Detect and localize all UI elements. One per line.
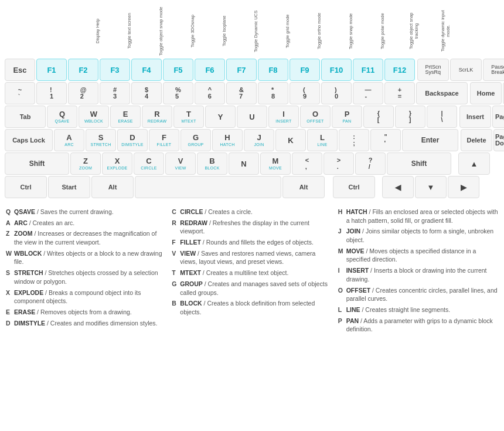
- key-f5[interactable]: F5: [163, 59, 193, 81]
- key-slash[interactable]: ?/: [355, 152, 386, 175]
- key-g[interactable]: G GROUP: [181, 129, 211, 151]
- key-quote[interactable]: "': [370, 129, 401, 151]
- fn-label-f7: Toggle grid mode: [272, 5, 302, 57]
- fn-label-f4: Toggle 3DOsnap: [177, 5, 207, 57]
- row-fn: Esc F1 F2 F3 F4 F5 F6 F7 F8 F9 F10: [5, 59, 499, 81]
- key-1[interactable]: !1: [36, 82, 67, 104]
- fn-label-f6: Toggle Dynamic UCS: [240, 5, 271, 57]
- key-f4[interactable]: F4: [131, 59, 162, 81]
- key-f1[interactable]: F1: [36, 59, 67, 81]
- key-bracket-close[interactable]: }]: [395, 106, 425, 128]
- key-r[interactable]: R REDRAW: [142, 106, 172, 128]
- key-space[interactable]: [135, 176, 281, 198]
- key-alt-right[interactable]: Alt: [282, 176, 325, 198]
- key-j[interactable]: J JOIN: [244, 129, 274, 151]
- key-q[interactable]: Q QSAVE: [47, 106, 77, 128]
- key-p[interactable]: P PAN: [332, 106, 362, 128]
- desc-c: C CIRCLE / Creates a circle.: [172, 208, 332, 216]
- key-backspace[interactable]: Backspace: [416, 82, 468, 104]
- key-a[interactable]: A ARC: [54, 129, 84, 151]
- key-f10[interactable]: F10: [321, 59, 352, 81]
- key-shift-left[interactable]: Shift: [5, 152, 69, 175]
- desc-a: A ARC / Creates an arc.: [6, 219, 166, 228]
- key-minus[interactable]: —-: [353, 82, 383, 104]
- desc-j: J JOIN / Joins similar objects to form a…: [338, 227, 498, 244]
- key-t[interactable]: T MTEXT: [173, 106, 204, 128]
- desc-o: O OFFSET / Creates concentric circles, p…: [338, 286, 498, 303]
- key-ctrl-left[interactable]: Ctrl: [5, 176, 47, 198]
- key-equals[interactable]: +=: [384, 82, 415, 104]
- key-delete[interactable]: Delete: [461, 129, 492, 151]
- key-arrow-down[interactable]: ▼: [415, 176, 447, 198]
- key-o[interactable]: O OFFSET: [300, 106, 331, 128]
- key-prtscn[interactable]: PrtScnSysRq: [417, 59, 449, 81]
- key-0[interactable]: )0: [321, 82, 352, 104]
- key-e[interactable]: E ERASE: [110, 106, 141, 128]
- fn-label-f5: Toggle Isoplane: [209, 5, 239, 57]
- key-f[interactable]: F FILLET: [149, 129, 179, 151]
- key-pgdn[interactable]: Page Down: [493, 129, 504, 151]
- key-z[interactable]: Z ZOOM: [70, 152, 101, 175]
- key-f11[interactable]: F11: [353, 59, 383, 81]
- key-f6[interactable]: F6: [195, 59, 225, 81]
- key-v[interactable]: V VIEW: [165, 152, 196, 175]
- key-f9[interactable]: F9: [290, 59, 320, 81]
- key-period[interactable]: >.: [323, 152, 354, 175]
- key-comma[interactable]: <,: [292, 152, 322, 175]
- key-k[interactable]: K: [275, 129, 306, 151]
- desc-col-1: Q QSAVE / Saves the current drawing. A A…: [6, 208, 166, 334]
- key-d[interactable]: D DIMSTYLE: [117, 129, 148, 151]
- key-u[interactable]: U: [237, 106, 267, 128]
- key-7[interactable]: &7: [226, 82, 257, 104]
- desc-s: S STRETCH / Stretches objects crossed by…: [6, 269, 166, 286]
- key-alt-left[interactable]: Alt: [91, 176, 134, 198]
- key-start[interactable]: Start: [48, 176, 90, 198]
- key-4[interactable]: $4: [131, 82, 162, 104]
- key-n[interactable]: N: [229, 152, 259, 175]
- key-2[interactable]: @2: [68, 82, 98, 104]
- key-f12[interactable]: F12: [384, 59, 415, 81]
- desc-f: F FILLET / Rounds and fillets the edges …: [172, 238, 332, 247]
- key-f8[interactable]: F8: [258, 59, 288, 81]
- key-capslock[interactable]: Caps Lock: [5, 129, 53, 151]
- key-l[interactable]: L LINE: [307, 129, 338, 151]
- row-numbers: ~` !1 @2 #3 $4 %5 ^6 &7 *8 (9 )0: [5, 82, 499, 104]
- key-c[interactable]: C CIRCLE: [134, 152, 164, 175]
- key-semicolon[interactable]: :;: [339, 129, 369, 151]
- key-bracket-open[interactable]: {[: [363, 106, 394, 128]
- key-shift-right[interactable]: Shift: [387, 152, 451, 175]
- key-pause[interactable]: PauseBreak: [483, 59, 504, 81]
- key-y[interactable]: Y: [205, 106, 236, 128]
- key-arrow-right[interactable]: ▶: [448, 176, 479, 198]
- key-s[interactable]: S STRETCH: [86, 129, 116, 151]
- key-enter[interactable]: Enter: [402, 129, 458, 151]
- key-backslash[interactable]: |\: [427, 106, 457, 128]
- key-tab[interactable]: Tab: [5, 106, 46, 128]
- key-f7[interactable]: F7: [226, 59, 257, 81]
- desc-h: H HATCH / Fills an enclosed area or sele…: [338, 208, 498, 225]
- desc-m: M MOVE / Moves objects a specified dista…: [338, 247, 498, 264]
- key-insert[interactable]: Insert: [459, 106, 491, 128]
- key-arrow-left[interactable]: ◀: [382, 176, 414, 198]
- key-8[interactable]: *8: [258, 82, 288, 104]
- key-f2[interactable]: F2: [68, 59, 98, 81]
- key-i[interactable]: I INSERT: [268, 106, 299, 128]
- key-5[interactable]: %5: [163, 82, 193, 104]
- key-home[interactable]: Home: [470, 82, 502, 104]
- key-scrlk[interactable]: ScrLK: [450, 59, 482, 81]
- key-f3[interactable]: F3: [100, 59, 130, 81]
- key-9[interactable]: (9: [290, 82, 320, 104]
- key-b[interactable]: B BLOCK: [197, 152, 227, 175]
- key-pgup[interactable]: Page Up: [492, 106, 504, 128]
- key-6[interactable]: ^6: [195, 82, 225, 104]
- key-w[interactable]: W WBLOCK: [79, 106, 109, 128]
- key-x[interactable]: X EXPLODE: [102, 152, 132, 175]
- key-h[interactable]: H HATCH: [212, 129, 243, 151]
- key-arrow-up[interactable]: ▲: [458, 152, 490, 175]
- key-tilde[interactable]: ~`: [5, 82, 35, 104]
- key-m[interactable]: M MOVE: [260, 152, 291, 175]
- fn-labels-row: Display Help Toggle text screen Toggle o…: [5, 5, 499, 57]
- key-esc[interactable]: Esc: [5, 59, 35, 81]
- key-ctrl-right[interactable]: Ctrl: [333, 176, 375, 198]
- key-3[interactable]: #3: [100, 82, 130, 104]
